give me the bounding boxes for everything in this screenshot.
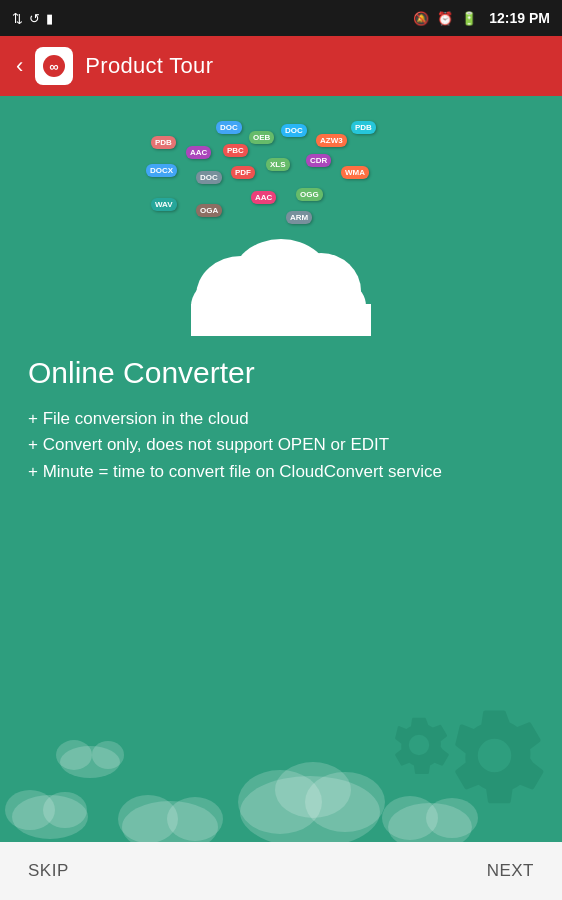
svg-point-19 [382, 796, 438, 840]
battery-icon: ▮ [46, 11, 53, 26]
svg-point-14 [240, 776, 380, 842]
gear-large-icon [437, 698, 552, 817]
file-format-badge: PBC [223, 144, 248, 157]
file-format-badge: WAV [151, 198, 177, 211]
file-format-badge: DOC [281, 124, 307, 137]
svg-point-23 [92, 741, 124, 769]
battery-full-icon: 🔋 [461, 11, 477, 26]
svg-rect-7 [191, 304, 371, 336]
svg-point-8 [12, 795, 88, 839]
main-content: PDBAACDOCOEBDOCAZW3PDBDOCXDOCPDFXLSCDRWA… [0, 96, 562, 842]
svg-point-21 [60, 746, 120, 778]
svg-point-9 [5, 790, 55, 830]
back-button[interactable]: ‹ [16, 53, 23, 79]
feature-item: + Minute = time to convert file on Cloud… [28, 459, 534, 485]
file-format-badge: AAC [251, 191, 276, 204]
svg-text:∞: ∞ [50, 59, 59, 74]
file-format-badge: CDR [306, 154, 331, 167]
next-button[interactable]: NEXT [483, 853, 538, 889]
bottom-bar: SKIP NEXT [0, 842, 562, 900]
feature-item: + File conversion in the cloud [28, 406, 534, 432]
file-format-badge: DOC [216, 121, 242, 134]
status-time: 12:19 PM [489, 10, 550, 26]
gear-small-icon [384, 710, 454, 784]
feature-item: + Convert only, does not support OPEN or… [28, 432, 534, 458]
file-format-badge: DOCX [146, 164, 177, 177]
file-format-badge: PDF [231, 166, 255, 179]
section-title: Online Converter [28, 356, 534, 390]
mute-icon: 🔕 [413, 11, 429, 26]
feature-list: + File conversion in the cloud+ Convert … [28, 406, 534, 485]
svg-point-10 [43, 792, 87, 828]
file-format-badge: PDB [351, 121, 376, 134]
text-content: Online Converter + File conversion in th… [28, 346, 534, 495]
file-format-badge: DOC [196, 171, 222, 184]
svg-point-16 [305, 772, 385, 832]
sync-icon: ↺ [29, 11, 40, 26]
skip-button[interactable]: SKIP [24, 853, 73, 889]
app-icon: ∞ [35, 47, 73, 85]
svg-point-12 [118, 795, 178, 842]
svg-point-13 [167, 797, 223, 841]
file-format-badge: OEB [249, 131, 274, 144]
file-format-badge: XLS [266, 158, 290, 171]
status-left-icons: ⇅ ↺ ▮ [12, 11, 53, 26]
file-format-badge: AZW3 [316, 134, 347, 147]
app-bar-title: Product Tour [85, 53, 213, 79]
cloud-illustration: PDBAACDOCOEBDOCAZW3PDBDOCXDOCPDFXLSCDRWA… [28, 116, 534, 336]
usb-icon: ⇅ [12, 11, 23, 26]
file-format-badge: AAC [186, 146, 211, 159]
file-format-badge: WMA [341, 166, 369, 179]
cloud-shape [181, 216, 381, 336]
file-format-badge: OGG [296, 188, 323, 201]
svg-point-22 [56, 740, 92, 770]
status-bar: ⇅ ↺ ▮ 🔕 ⏰ 🔋 12:19 PM [0, 0, 562, 36]
app-bar: ‹ ∞ Product Tour [0, 36, 562, 96]
svg-point-15 [238, 770, 322, 834]
file-format-badge: PDB [151, 136, 176, 149]
svg-point-17 [275, 762, 351, 818]
alarm-icon: ⏰ [437, 11, 453, 26]
svg-point-11 [122, 801, 218, 842]
